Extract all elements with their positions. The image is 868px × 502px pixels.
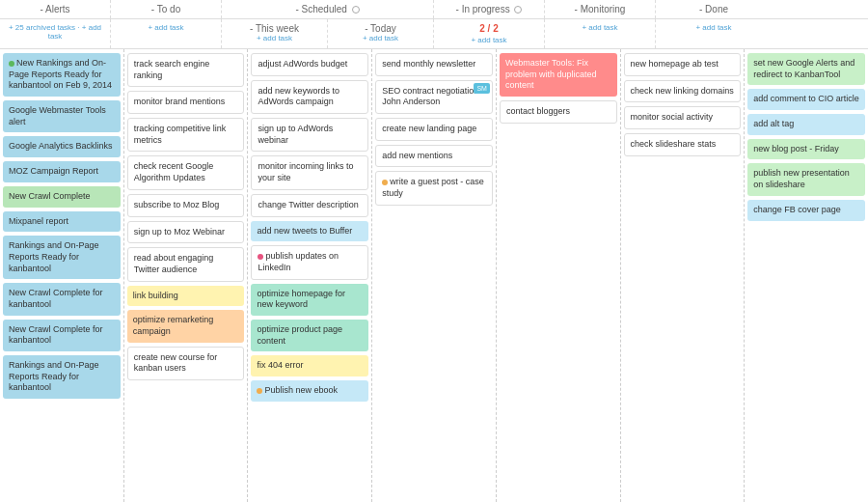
column-group-headers: - Alerts - To do - Scheduled - In progre… <box>0 0 868 19</box>
card-thisweek-10[interactable]: Publish new ebook <box>251 380 368 402</box>
column-done: set new Google Alerts and redirect to Ka… <box>745 49 868 502</box>
column-monitoring: new homepage ab test check new linking d… <box>621 49 746 502</box>
scheduled-settings-icon[interactable] <box>352 6 360 14</box>
card-inprogress-0[interactable]: Webmaster Tools: Fix problem with duplic… <box>500 53 617 97</box>
card-dot <box>258 254 263 260</box>
sm-badge: SM <box>474 83 490 94</box>
card-alerts-4[interactable]: New Crawl Complete <box>3 186 121 208</box>
card-todo-1[interactable]: monitor brand mentions <box>127 91 245 114</box>
card-todo-0[interactable]: track search engine ranking <box>127 53 245 87</box>
card-thisweek-4[interactable]: change Twitter description <box>251 194 368 217</box>
card-alerts-5[interactable]: Mixpanel report <box>3 211 121 233</box>
card-thisweek-7[interactable]: optimize homepage for new keyword <box>251 284 368 316</box>
card-alerts-2[interactable]: Google Analytics Backlinks <box>3 136 121 157</box>
card-todo-3[interactable]: check recent Google Algorithm Updates <box>127 155 245 189</box>
card-thisweek-6[interactable]: publish updates on LinkedIn <box>251 245 368 279</box>
thisweek-col-header: - This week + add task <box>222 19 328 48</box>
card-done-3[interactable]: new blog post - Friday <box>747 139 865 160</box>
column-inprogress: Webmaster Tools: Fix problem with duplic… <box>497 49 621 502</box>
card-thisweek-0[interactable]: adjust AdWords budget <box>251 53 368 76</box>
inprogress-count-cell: 2 / 2 + add task <box>434 19 545 48</box>
card-thisweek-1[interactable]: add new keywords to AdWords campaign <box>251 80 368 114</box>
card-dot <box>257 388 262 394</box>
card-alerts-7[interactable]: New Crawl Complete for kanbantool <box>3 283 121 315</box>
column-subheaders: + 25 archived tasks · + add task + add t… <box>0 19 868 49</box>
column-todo: track search engine ranking monitor bran… <box>124 49 249 502</box>
card-thisweek-3[interactable]: monitor incoming links to your site <box>251 155 368 189</box>
card-today-0[interactable]: send monthly newsletter <box>375 53 493 76</box>
card-done-0[interactable]: set new Google Alerts and redirect to Ka… <box>747 53 865 85</box>
card-todo-8[interactable]: optimize remarketing campaign <box>127 310 245 342</box>
card-done-2[interactable]: add alt tag <box>747 114 865 135</box>
card-thisweek-9[interactable]: fix 404 error <box>251 355 368 376</box>
alerts-col-header: - Alerts <box>0 0 111 18</box>
card-alerts-8[interactable]: New Crawl Complete for kanbantool <box>3 320 121 351</box>
card-alerts-0[interactable]: New Rankings and On-Page Reports Ready f… <box>3 53 121 97</box>
alerts-archived[interactable]: + 25 archived tasks · + add task <box>0 19 111 48</box>
card-monitoring-2[interactable]: monitor social activity <box>624 106 742 129</box>
card-today-2[interactable]: create new landing page <box>375 118 493 141</box>
card-alerts-1[interactable]: Google Webmaster Tools alert <box>3 100 121 132</box>
card-todo-9[interactable]: create new course for kanban users <box>127 347 245 380</box>
scheduled-col-header: - Scheduled <box>222 0 434 18</box>
monitoring-add-task[interactable]: + add task <box>545 19 656 48</box>
card-todo-6[interactable]: read about engaging Twitter audience <box>127 247 245 281</box>
column-alerts: New Rankings and On-Page Reports Ready f… <box>0 49 124 502</box>
card-done-1[interactable]: add comment to CIO article <box>747 89 865 110</box>
card-thisweek-5[interactable]: add new tweets to Buffer <box>251 221 368 242</box>
card-thisweek-2[interactable]: sign up to AdWords webinar <box>251 118 368 152</box>
todo-add-task[interactable]: + add task <box>111 19 222 48</box>
card-monitoring-1[interactable]: check new linking domains <box>624 80 742 103</box>
card-todo-4[interactable]: subscribe to Moz Blog <box>127 194 245 217</box>
card-alerts-6[interactable]: Rankings and On-Page Reports Ready for k… <box>3 236 121 279</box>
card-today-1[interactable]: SM SEO contract negotiation - John Ander… <box>375 80 493 114</box>
card-dot <box>382 180 388 185</box>
todo-col-header: - To do <box>111 0 222 18</box>
today-col-header: - Today + add task <box>328 19 434 48</box>
card-thisweek-8[interactable]: optimize product page content <box>251 320 368 351</box>
card-today-3[interactable]: add new mentions <box>375 145 493 168</box>
card-dot <box>9 61 14 67</box>
card-monitoring-3[interactable]: check slideshare stats <box>624 133 742 156</box>
card-today-4[interactable]: write a guest post - case study <box>375 171 493 205</box>
card-done-4[interactable]: publish new presentation on slideshare <box>747 163 865 195</box>
inprogress-settings-icon[interactable] <box>514 6 522 14</box>
kanban-board: - Alerts - To do - Scheduled - In progre… <box>0 0 868 502</box>
card-alerts-3[interactable]: MOZ Campaign Report <box>3 161 121 182</box>
done-add-task[interactable]: + add task <box>656 19 772 48</box>
column-today: send monthly newsletter SM SEO contract … <box>372 49 497 502</box>
card-todo-5[interactable]: sign up to Moz Webinar <box>127 221 245 244</box>
monitoring-col-header: - Monitoring <box>545 0 656 18</box>
board-body: New Rankings and On-Page Reports Ready f… <box>0 49 868 502</box>
card-todo-7[interactable]: link building <box>127 286 245 307</box>
done-col-header: - Done <box>656 0 772 18</box>
card-inprogress-1[interactable]: contact bloggers <box>500 100 617 124</box>
card-monitoring-0[interactable]: new homepage ab test <box>624 53 742 76</box>
inprogress-col-header: - In progress <box>434 0 545 18</box>
card-todo-2[interactable]: tracking competitive link metrics <box>127 118 245 152</box>
card-alerts-9[interactable]: Rankings and On-Page Reports Ready for k… <box>3 355 121 399</box>
card-done-5[interactable]: change FB cover page <box>747 200 865 221</box>
column-thisweek: adjust AdWords budget add new keywords t… <box>248 49 372 502</box>
